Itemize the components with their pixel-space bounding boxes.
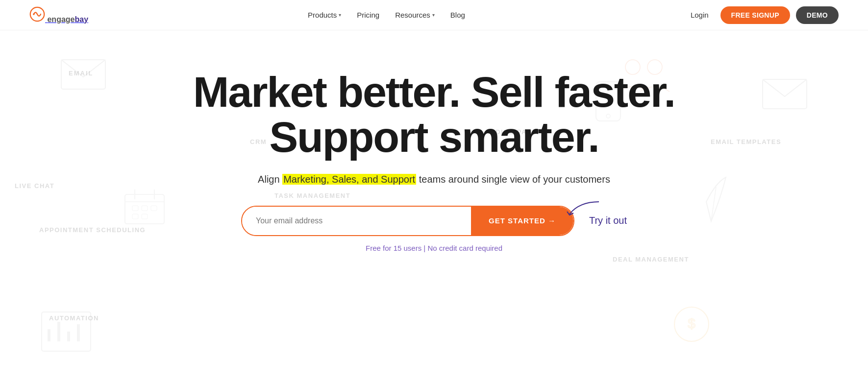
nav-menu: Products ▾ Pricing Resources ▾ Blog: [308, 11, 465, 19]
free-signup-button[interactable]: FREE SIGNUP: [720, 6, 790, 24]
login-button[interactable]: Login: [685, 7, 715, 23]
chart-icon-bottomleft: [39, 310, 93, 354]
free-note: Free for 15 users | No credit card requi…: [366, 244, 502, 252]
svg-text:$: $: [688, 316, 695, 331]
hero-headline: Market better. Sell faster. Support smar…: [193, 70, 675, 160]
logo-icon: [29, 6, 45, 22]
cta-wrapper: GET STARTED → Try it out: [241, 206, 627, 236]
coin-icon: $: [672, 305, 711, 344]
email-input[interactable]: [242, 207, 471, 235]
hero-section: Market better. Sell faster. Support smar…: [0, 30, 868, 252]
nav-item-products[interactable]: Products ▾: [308, 11, 341, 19]
nav-item-resources[interactable]: Resources ▾: [395, 11, 435, 19]
logo-text: engagebay: [47, 15, 88, 24]
chevron-down-icon: ▾: [339, 12, 341, 18]
demo-button[interactable]: DEMO: [796, 6, 839, 24]
try-it-out-wrapper: Try it out: [589, 215, 627, 226]
hero-subtext: Align Marketing, Sales, and Support team…: [258, 174, 610, 185]
nav-actions: Login FREE SIGNUP DEMO: [685, 6, 839, 24]
svg-point-1: [33, 13, 35, 15]
nav-item-pricing[interactable]: Pricing: [357, 11, 379, 19]
logo[interactable]: engagebay: [29, 6, 88, 24]
try-arrow-icon: [565, 199, 604, 219]
nav-item-blog[interactable]: Blog: [450, 11, 465, 19]
navigation: engagebay Products ▾ Pricing Resources ▾…: [0, 0, 868, 30]
bg-label-deal: DEAL MANAGEMENT: [613, 256, 689, 263]
email-form: GET STARTED →: [241, 206, 574, 236]
get-started-button[interactable]: GET STARTED →: [471, 207, 573, 235]
chevron-down-icon: ▾: [432, 12, 435, 18]
